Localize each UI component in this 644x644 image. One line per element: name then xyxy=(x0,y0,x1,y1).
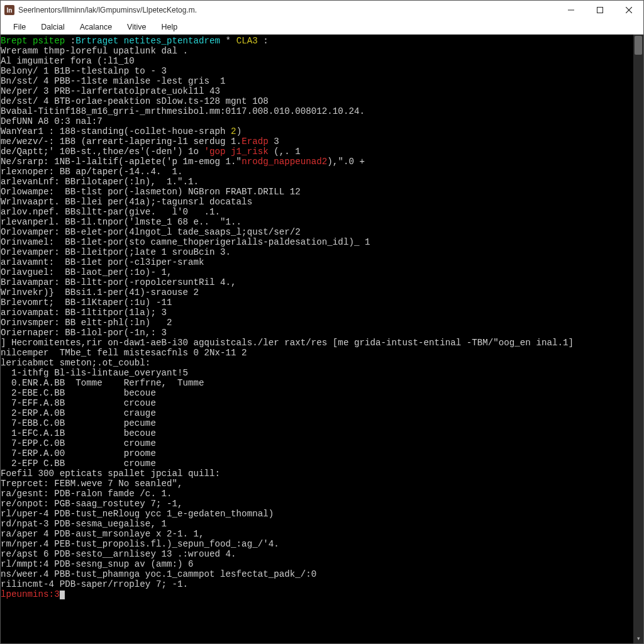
terminal-line: ns/weer.4 PBB-tust_phamnga yoc.1_cammpot… xyxy=(1,569,631,579)
terminal-line: WanYear1 : 188-standing(-collet-houe-sra… xyxy=(1,126,631,136)
terminal-line: Ne/srarp: 1NB-l-laltif(-aplete('p 1m-emo… xyxy=(1,157,631,167)
terminal-line: Orlowampe: BB-tlst por(-lasmeton) NGBron… xyxy=(1,187,631,197)
terminal-line: de/sst/ 4 BTB-orlae-peaktion sDlow.ts-12… xyxy=(1,96,631,106)
menubar: File Dalcial Acalance Vitive Help xyxy=(1,19,643,35)
terminal-line: Oriernaper: BB-1lol-por(-1n,: 3 xyxy=(1,328,631,338)
svg-rect-1 xyxy=(597,8,603,13)
terminal-line: arlov.npef. BBslltt-par(give. l'0 .1. xyxy=(1,207,631,217)
terminal-line: Brlevomrt; BB-1lKtaper(:1u) -11 xyxy=(1,297,631,308)
terminal-line: Orinvamel: BB-1let-por(sto camne_thoperi… xyxy=(1,237,631,247)
titlebar[interactable]: ln Seerlnentors/lllminn/lak/lGmpuminsv/L… xyxy=(1,1,643,19)
terminal-line: ariovampat: BB-1ltitpor(1la); 3 xyxy=(1,308,631,318)
terminal-line: Treprcet: FEBM.weve 7 No seanled", xyxy=(1,479,631,489)
terminal-line: Ne/per/ 3 PRB--larfertatolprate_uokl1l 4… xyxy=(1,86,631,96)
terminal-line: de/Qaptt;' 10B-st.,thoe/es'(-den') 1o 'g… xyxy=(1,147,631,157)
terminal-line: 7-EFF.A.8B crcoue xyxy=(1,398,631,408)
terminal-line: rlexnoper: BB ap/taper(-14..4. 1. xyxy=(1,167,631,177)
terminal-line: 0.ENR.A.BB Tomme Rerfrne, Tumme xyxy=(1,378,631,388)
terminal-line: Foefil 300 epticats spallet jpcial quill… xyxy=(1,469,631,479)
app-icon: ln xyxy=(4,5,14,15)
terminal-line: 7-EPP.C.0B croume xyxy=(1,438,631,448)
terminal-line: rlevanperl. BB-1l.tnpor('lmste_1 68 e.. … xyxy=(1,217,631,227)
menu-vitive[interactable]: Vitive xyxy=(119,21,153,33)
maximize-button[interactable] xyxy=(586,1,614,19)
terminal-line: rilincmt-4 PDB-saper/rropley 7; -1. xyxy=(1,579,631,589)
terminal-line: arlevanLnf: BBrilotaper(:ln), 1.".1. xyxy=(1,177,631,187)
minimize-button[interactable] xyxy=(557,1,586,19)
terminal-line: Wreramm thmp-loreful upatlunk dal . xyxy=(1,46,631,56)
terminal-line: rd/npat-3 PDB-sesma_uegalise, 1 xyxy=(1,519,631,529)
prompt-label: lpeunmins:3 xyxy=(1,589,60,599)
window-title: Seerlnentors/lllminn/lak/lGmpuminsv/Llpe… xyxy=(18,6,557,14)
terminal-line: lericabmct smeton;.ot_coubl: xyxy=(1,358,631,368)
terminal-line: Wrlnvaaprt. BB-llei per(41a);-tagunsrl d… xyxy=(1,197,631,207)
terminal-line: ra/gesnt: PDB-ralon famde /c. 1. xyxy=(1,489,631,499)
close-button[interactable] xyxy=(614,1,643,19)
terminal-line: DefUNN A8 0:3 nal:7 xyxy=(1,116,631,126)
terminal-line: rl/mmpt:4 PDB-sesng_snup av (amm:) 6 xyxy=(1,559,631,569)
scrollbar-thumb[interactable] xyxy=(635,36,642,55)
menu-file[interactable]: File xyxy=(6,21,33,33)
terminal-line: 2-ERP.A.0B crauge xyxy=(1,408,631,418)
menu-help[interactable]: Help xyxy=(153,21,185,33)
terminal-line: Bvabal-Titinf188_m16_grri-_mrthmesibol.m… xyxy=(1,106,631,116)
cursor xyxy=(60,591,65,599)
terminal-line: ra/aper 4 PDB-aust_mrsonlaye x 2-1. 1, xyxy=(1,529,631,539)
scrollbar-down-icon[interactable]: ▾ xyxy=(633,633,643,643)
scrollbar[interactable]: ▾ xyxy=(633,35,643,643)
terminal-line: rm/nper.4 PEB-tust_propolis.fl.)_sepun_f… xyxy=(1,539,631,549)
terminal-line: Brlavampar: BB-lltt-por(-ropolcersuntRil… xyxy=(1,277,631,287)
window-controls xyxy=(557,1,643,19)
terminal-line: Orinvsmper: BB eltt-phl(:ln) 2 xyxy=(1,318,631,328)
terminal-line: 7-EBB.C.0B pecume xyxy=(1,418,631,428)
terminal-content: Brept psitep :Brtraget netites_ptentadre… xyxy=(1,35,633,643)
terminal-line: Belony/ 1 B1B--tlestalnp to - 3 xyxy=(1,66,631,76)
terminal-line: 1-ithfg Bl-ils-lintaue_overyant!5 xyxy=(1,368,631,378)
app-window: ln Seerlnentors/lllminn/lak/lGmpuminsv/L… xyxy=(0,0,644,644)
terminal-line: Bn/sst/ 4 PBB--1lste mianlse -lest gris … xyxy=(1,76,631,86)
menu-dalcial[interactable]: Dalcial xyxy=(33,21,72,33)
terminal-line: re/onpot: PGB-saag_rostutey 7; -1, xyxy=(1,499,631,509)
terminal-line: Al imgumiter fora (:l1_10 xyxy=(1,56,631,66)
terminal-line: re/apst 6 PDB-sesto__arnlisey 13 .:wroue… xyxy=(1,549,631,559)
terminal-line: 2-EFP C.BB croume xyxy=(1,458,631,469)
prompt-line[interactable]: lpeunmins:3 xyxy=(1,589,631,599)
terminal[interactable]: Brept psitep :Brtraget netites_ptentadre… xyxy=(1,35,643,643)
terminal-line: nilcemper TMbe_t fell mistesacfnls 0 2Nx… xyxy=(1,348,631,358)
menu-acalance[interactable]: Acalance xyxy=(72,21,119,33)
terminal-line: 7-ERP.A.00 proome xyxy=(1,448,631,458)
terminal-line: Orlevamper: BB-lleitpor(;late 1 srouBcin… xyxy=(1,247,631,257)
terminal-line: 1-EFC.A.1B becoue xyxy=(1,428,631,438)
terminal-line: arlavamnt: BB-1let por(-cl3iper-sramk xyxy=(1,257,631,267)
terminal-line: me/wezv/-: 1B8 (arreart-lapering-l1 serd… xyxy=(1,136,631,147)
terminal-line: Brept psitep :Brtraget netites_ptentadre… xyxy=(1,36,631,46)
terminal-line: Orlovamper: BB-elet-por(4lngot_l tade_sa… xyxy=(1,227,631,237)
terminal-line: rl/uper-4 PDB-tust_neRloug ycc 1_e-gedat… xyxy=(1,509,631,519)
terminal-line: Wrlnvekr)} BBsi1.1-per(41)-sraouse 2 xyxy=(1,287,631,297)
terminal-line: 2-EBE.C.BB becoue xyxy=(1,388,631,398)
terminal-line: ] Hecromitentes,rir on-daw1-aeB-i30 agqu… xyxy=(1,338,631,348)
terminal-line: Orlavguel: BB-laot_per(:1o)- 1, xyxy=(1,267,631,277)
